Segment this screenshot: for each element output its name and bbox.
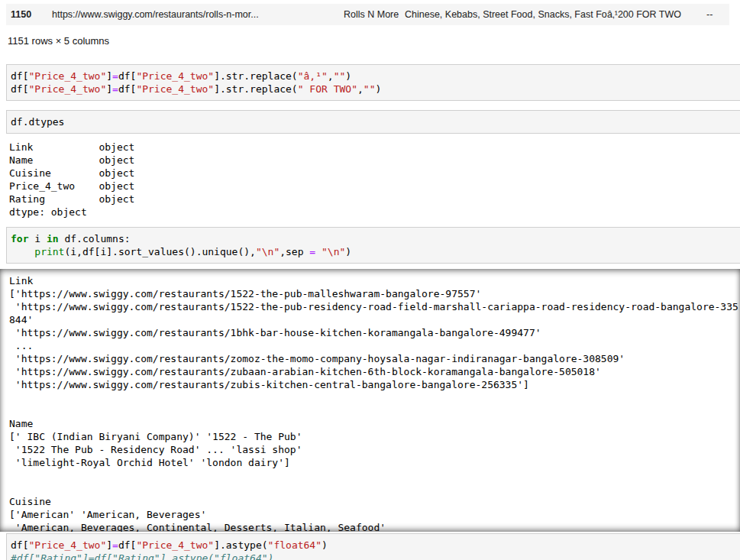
- dataframe-cell-name: Rolls N More: [344, 9, 405, 20]
- dataframe-cell-link: https://www.swiggy.com/restaurants/rolls…: [52, 9, 344, 20]
- output-dtypes: Link object Name object Cuisine object P…: [9, 141, 740, 218]
- dataframe-shape-text: 1151 rows × 5 columns: [8, 35, 740, 47]
- dataframe-row: 1150 https://www.swiggy.com/restaurants/…: [6, 4, 729, 25]
- code-cell-price-replace[interactable]: df["Price_4_two"]=df["Price_4_two"].str.…: [6, 64, 740, 101]
- dataframe-row-index: 1150: [6, 9, 52, 20]
- code-cell-dtypes[interactable]: df.dtypes: [6, 110, 740, 134]
- dataframe-cell-price: â‚¹200 FOR TWO: [607, 9, 706, 20]
- output-scroll-area[interactable]: Link ['https://www.swiggy.com/restaurant…: [0, 269, 740, 532]
- code-cell-astype[interactable]: df["Price_4_two"]=df["Price_4_two"].asty…: [6, 533, 740, 560]
- dataframe-cell-cuisine: Chinese, Kebabs, Street Food, Snacks, Fa…: [405, 9, 607, 20]
- code-cell-unique-loop[interactable]: for i in df.columns: print(i,df[i].sort_…: [6, 227, 740, 264]
- dataframe-cell-rating: --: [706, 9, 729, 20]
- output-unique-values: Link ['https://www.swiggy.com/restaurant…: [9, 274, 740, 532]
